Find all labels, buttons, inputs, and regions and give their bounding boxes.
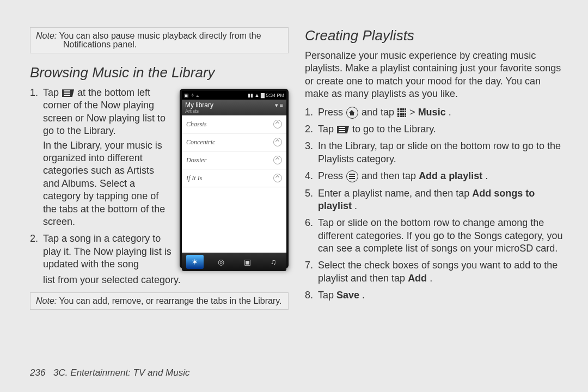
row-label: Dossier xyxy=(186,156,206,164)
right-column: Creating Playlists Personalize your musi… xyxy=(305,27,564,376)
section-heading-playlists: Creating Playlists xyxy=(305,27,564,44)
manual-page: Note: You can also pause music playback … xyxy=(0,0,588,392)
note-box-1: Note: You can also pause music playback … xyxy=(30,27,289,53)
steps-right: Press and tap > Music . Tap xyxy=(305,106,564,302)
phone-list: Chassis Concentric Dossier If It Is xyxy=(182,115,286,253)
left-body: Tap at the bottom left corner of the Now… xyxy=(30,87,289,276)
apps-grid-icon xyxy=(397,108,406,117)
r4b: and then tap xyxy=(362,170,419,181)
row-label: If It Is xyxy=(186,174,202,182)
playlists-intro: Personalize your music experience by cre… xyxy=(305,50,564,101)
phone-tab-active: ✶ xyxy=(186,255,204,269)
r1a: Press xyxy=(318,107,346,118)
phone-header-subtitle: Artists xyxy=(185,109,213,114)
steps-left: Tap at the bottom left corner of the Now… xyxy=(30,87,173,271)
chevron-up-icon xyxy=(273,174,282,182)
step-2: Tap a song in a category to play it. The… xyxy=(30,232,173,271)
chapter-title: 3C. Entertainment: TV and Music xyxy=(53,367,189,378)
r7c: . xyxy=(430,273,432,284)
step-r8: Tap Save . xyxy=(305,289,564,302)
phone-tab: ◎ xyxy=(212,255,230,269)
step-r2: Tap to go to the Library. xyxy=(305,123,564,136)
status-left-icons: ▣ ✧ ⟁ xyxy=(184,93,199,98)
step-r6: Tap or slide on the bottom row to change… xyxy=(305,217,564,255)
r8b: Save xyxy=(336,290,359,301)
library-icon xyxy=(62,89,74,97)
r1b: and tap xyxy=(362,107,397,118)
r4a: Press xyxy=(318,170,346,181)
r4d: . xyxy=(485,170,488,181)
r5c: . xyxy=(354,200,357,211)
phone-tab: ♫ xyxy=(265,255,282,269)
section-heading-browsing: Browsing Music in the Library xyxy=(30,64,289,81)
page-footer: 236 3C. Entertainment: TV and Music xyxy=(30,367,190,378)
step1-text-a: Tap xyxy=(43,87,62,98)
step2-text-a: Tap a song in a category to play it. The… xyxy=(43,233,171,270)
step2-continuation: list from your selected category. xyxy=(30,274,289,286)
chevron-up-icon xyxy=(273,138,282,146)
note-text: You can also pause music playback direct… xyxy=(59,31,261,40)
step-1: Tap at the bottom left corner of the Now… xyxy=(30,87,173,228)
note-label: Note: xyxy=(36,296,57,305)
list-filler xyxy=(182,187,286,253)
chevron-up-icon xyxy=(273,120,282,128)
step1-para2: In the Library, your music is organized … xyxy=(43,139,173,229)
list-row: Chassis xyxy=(182,115,286,133)
note-text-line2: Notifications panel. xyxy=(63,40,283,50)
r7a: Select the check boxes of songs you want… xyxy=(318,260,558,283)
left-text-column: Tap at the bottom left corner of the Now… xyxy=(30,87,173,276)
phone-header: My library Artists ▾ ≡ xyxy=(182,100,286,115)
r8c: . xyxy=(362,290,365,301)
phone-screenshot: ▣ ✧ ⟁ ▮▮ ▲ ▇ 5:34 PM My library Artists … xyxy=(180,89,289,268)
list-row: If It Is xyxy=(182,169,286,187)
row-label: Chassis xyxy=(186,120,206,128)
r1c: > xyxy=(409,107,418,118)
note-box-2: Note: You can add, remove, or rearrange … xyxy=(30,292,289,310)
r5a: Enter a playlist name, and then tap xyxy=(318,188,472,199)
step-r1: Press and tap > Music . xyxy=(305,106,564,119)
r7b: Add xyxy=(408,273,427,284)
phone-bottombar: ✶ ◎ ▣ ♫ xyxy=(182,253,286,271)
phone-header-icons: ▾ ≡ xyxy=(275,102,283,109)
r2a: Tap xyxy=(318,124,336,134)
r1e: . xyxy=(449,107,451,118)
list-row: Dossier xyxy=(182,151,286,169)
step-r3: In the Library, tap or slide on the bott… xyxy=(305,140,564,166)
home-icon xyxy=(346,107,358,119)
r8a: Tap xyxy=(318,290,336,301)
phone-tab: ▣ xyxy=(238,255,256,269)
r1d: Music xyxy=(418,107,446,118)
phone-statusbar: ▣ ✧ ⟁ ▮▮ ▲ ▇ 5:34 PM xyxy=(182,91,286,100)
step-r4: Press and then tap Add a playlist . xyxy=(305,170,564,182)
left-column: Note: You can also pause music playback … xyxy=(30,27,289,376)
menu-icon xyxy=(346,170,358,182)
step-r7: Select the check boxes of songs you want… xyxy=(305,259,564,285)
status-right-icons: ▮▮ ▲ ▇ 5:34 PM xyxy=(248,93,284,98)
r2b: to go to the Library. xyxy=(352,124,436,134)
list-row: Concentric xyxy=(182,133,286,151)
r4c: Add a playlist xyxy=(419,170,482,181)
library-icon xyxy=(337,126,349,133)
note-text: You can add, remove, or rearrange the ta… xyxy=(59,296,281,305)
note-label: Note: xyxy=(36,31,57,40)
step-r5: Enter a playlist name, and then tap Add … xyxy=(305,187,564,213)
page-number: 236 xyxy=(30,367,45,378)
chevron-up-icon xyxy=(273,156,282,164)
phone-header-left: My library Artists xyxy=(185,102,213,114)
row-label: Concentric xyxy=(186,138,215,146)
